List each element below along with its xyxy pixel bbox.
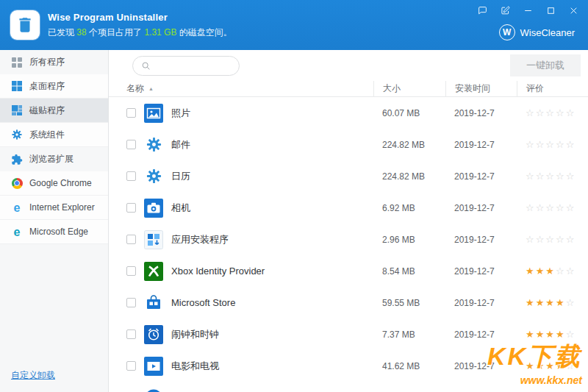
program-name-cell: 邮件 <box>109 135 373 154</box>
star-icon: ★ <box>536 266 546 277</box>
program-date: 2019-12-7 <box>445 235 517 245</box>
column-header-rating[interactable]: 评价 <box>517 81 588 96</box>
star-icon: ★ <box>556 360 566 371</box>
one-click-uninstall-button[interactable]: 一键卸载 <box>510 54 581 76</box>
edge-icon: e <box>11 226 23 238</box>
column-header-size[interactable]: 大小 <box>373 81 445 96</box>
row-checkbox[interactable] <box>126 203 136 213</box>
app-title: Wise Program Uninstaller <box>48 12 232 23</box>
row-checkbox[interactable] <box>126 235 136 244</box>
program-name: 电影和电视 <box>171 360 219 373</box>
search-icon <box>141 61 151 71</box>
sort-asc-icon: ▲ <box>148 86 154 91</box>
program-rating[interactable]: ☆☆☆☆☆ <box>517 234 588 245</box>
sidebar-item-tile-programs[interactable]: 磁贴程序 <box>0 99 108 123</box>
program-rating[interactable]: ☆☆☆☆☆ <box>517 202 588 213</box>
edit-icon[interactable] <box>500 5 511 16</box>
sidebar-item-system-components[interactable]: 系统组件 <box>0 123 108 147</box>
program-name: 照片 <box>171 107 190 120</box>
program-rating[interactable]: ★★★☆☆ <box>517 266 588 277</box>
subtitle-text: 的磁盘空间。 <box>176 27 232 38</box>
table-row[interactable]: Microsoft Store59.55 MB2019-12-7★★★★☆ <box>109 287 588 318</box>
wisecleaner-logo-icon: W <box>499 24 515 40</box>
table-row[interactable]: 照片60.07 MB2019-12-7☆☆☆☆☆ <box>109 97 588 129</box>
sidebar-item-label: Google Chrome <box>29 178 92 188</box>
star-icon: ☆ <box>545 202 556 213</box>
search-box[interactable] <box>132 56 240 76</box>
close-icon[interactable] <box>568 5 579 16</box>
sidebar-item-desktop-programs[interactable]: 桌面程序 <box>0 74 108 99</box>
star-icon: ☆ <box>556 234 566 245</box>
sidebar-item-internet-explorer[interactable]: eInternet Explorer <box>0 196 108 220</box>
table-row[interactable]: 相机6.92 MB2019-12-7☆☆☆☆☆ <box>109 192 588 224</box>
star-icon: ★ <box>526 329 536 340</box>
program-name: 日历 <box>171 170 190 183</box>
sidebar-item-microsoft-edge[interactable]: eMicrosoft Edge <box>0 220 108 244</box>
movies-icon <box>144 357 163 376</box>
table-row[interactable]: 闹钟和时钟7.37 MB2019-12-7★★★★☆ <box>109 318 588 350</box>
sidebar-item-browser-extensions[interactable]: 浏览器扩展 <box>0 147 108 171</box>
apps-grid-icon <box>11 57 23 68</box>
table-row[interactable]: 应用安装程序2.96 MB2019-12-7☆☆☆☆☆ <box>109 224 588 255</box>
star-icon: ☆ <box>566 107 576 118</box>
sidebar-item-all-programs[interactable]: 所有程序 <box>0 50 108 74</box>
star-icon: ★ <box>556 329 566 340</box>
program-name: Microsoft Store <box>171 297 235 308</box>
gear-icon <box>144 167 163 186</box>
camera-icon <box>144 199 163 218</box>
sidebar-item-label: Microsoft Edge <box>29 227 88 237</box>
row-checkbox[interactable] <box>126 361 136 371</box>
puzzle-icon <box>11 154 23 165</box>
program-rating[interactable]: ★★★★☆ <box>517 360 588 371</box>
column-header-name[interactable]: 名称 ▲ <box>109 81 373 96</box>
program-rating[interactable]: ★★★★☆ <box>517 297 588 308</box>
program-date: 2019-12-7 <box>445 266 517 277</box>
program-size: 8.54 MB <box>373 266 445 277</box>
sidebar-item-google-chrome[interactable]: Google Chrome <box>0 171 108 196</box>
store-icon <box>144 293 163 313</box>
star-icon: ★ <box>545 329 556 340</box>
program-date: 2019-12-7 <box>445 171 517 182</box>
program-rating[interactable]: ★★★★☆ <box>517 329 588 340</box>
brand-link[interactable]: W WiseCleaner <box>499 24 575 40</box>
search-input[interactable] <box>156 60 231 71</box>
row-checkbox[interactable] <box>126 171 136 181</box>
star-icon: ☆ <box>556 139 566 150</box>
row-checkbox[interactable] <box>126 108 136 118</box>
maximize-icon[interactable] <box>545 5 556 16</box>
minimize-icon[interactable] <box>523 5 534 16</box>
row-checkbox[interactable] <box>126 140 136 149</box>
star-icon: ☆ <box>545 234 556 245</box>
star-icon: ☆ <box>556 107 566 118</box>
found-count: 38 <box>76 27 86 38</box>
column-header-date[interactable]: 安装时间 <box>445 81 517 96</box>
star-icon: ☆ <box>566 171 576 182</box>
table-header: 名称 ▲ 大小 安装时间 评价 <box>109 81 588 97</box>
star-icon: ☆ <box>545 171 556 182</box>
custom-uninstall-link[interactable]: 自定义卸载 <box>11 369 55 382</box>
program-name-cell: 闹钟和时钟 <box>109 325 373 344</box>
sidebar-item-label: 浏览器扩展 <box>29 153 74 165</box>
star-icon: ☆ <box>566 139 576 150</box>
program-date: 2019-12-7 <box>445 361 517 371</box>
feedback-icon[interactable] <box>477 5 488 16</box>
program-rating[interactable]: ☆☆☆☆☆ <box>517 139 588 150</box>
program-rating[interactable]: ☆☆☆☆☆ <box>517 171 588 182</box>
program-name-cell: 应用安装程序 <box>109 230 373 249</box>
row-checkbox[interactable] <box>126 329 136 339</box>
row-checkbox[interactable] <box>126 266 136 276</box>
program-size: 41.62 MB <box>373 361 445 371</box>
table-row[interactable]: 电影和电视41.62 MB2019-12-7★★★★☆ <box>109 350 588 382</box>
program-rating[interactable]: ☆☆☆☆☆ <box>517 107 588 118</box>
table-row[interactable]: Xbox Identity Provider8.54 MB2019-12-7★★… <box>109 255 588 287</box>
star-icon: ★ <box>536 297 546 308</box>
subtitle-text: 个项目占用了 <box>87 27 145 38</box>
table-row[interactable]: 日历224.82 MB2019-12-7☆☆☆☆☆ <box>109 160 588 192</box>
table-row[interactable]: Groove 音乐39.27 MB2019-12-7☆☆☆☆☆ <box>109 382 588 392</box>
brand-label: WiseCleaner <box>520 27 575 38</box>
star-icon: ☆ <box>536 202 546 213</box>
row-checkbox[interactable] <box>126 298 136 307</box>
table-row[interactable]: 邮件224.82 MB2019-12-7☆☆☆☆☆ <box>109 129 588 160</box>
program-size: 60.07 MB <box>373 108 445 118</box>
chrome-icon <box>11 177 23 189</box>
